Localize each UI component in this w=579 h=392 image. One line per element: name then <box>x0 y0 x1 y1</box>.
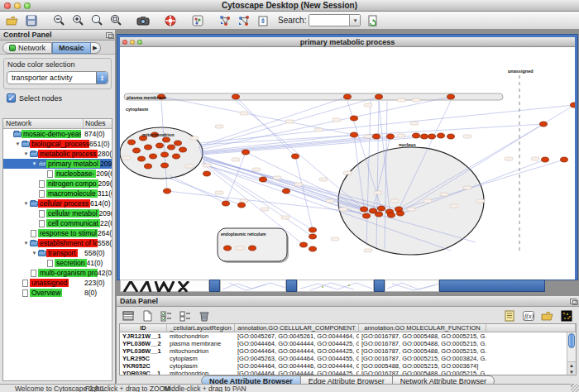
network-node[interactable] <box>163 137 170 142</box>
network-node[interactable] <box>373 134 380 139</box>
tree-row[interactable]: ▼cellular process614(0) <box>3 198 112 208</box>
network-node[interactable] <box>232 94 240 99</box>
network-node[interactable] <box>238 203 246 208</box>
layout-selected-icon[interactable] <box>235 12 253 28</box>
zoom-in-icon[interactable] <box>69 12 87 28</box>
network-view-window[interactable]: primary metabolic process plasma membran… <box>117 35 577 280</box>
tree-row[interactable]: ▼biological_process651(0) <box>3 139 112 149</box>
network-node[interactable] <box>133 148 141 153</box>
node-color-dropdown[interactable]: transporter activity ▲▼ <box>7 71 108 84</box>
network-node[interactable] <box>138 156 146 161</box>
tab-overflow-arrow[interactable]: ▶ <box>91 42 101 54</box>
save-icon[interactable] <box>22 12 41 28</box>
network-node[interactable] <box>309 234 317 239</box>
network-node[interactable] <box>168 145 175 150</box>
network-node[interactable] <box>438 133 445 138</box>
expand-arrow-icon[interactable]: ▼ <box>23 241 29 246</box>
tree-row[interactable]: ▼transport558(0) <box>3 248 112 258</box>
function-builder-icon[interactable]: f(x) <box>519 308 538 323</box>
table-row[interactable]: YPL036W__1mitochondrion[GO:0044464, GO:0… <box>120 347 576 355</box>
network-canvas[interactable]: plasma membrane cytoplasm mitochondrion … <box>120 47 575 280</box>
network-node[interactable] <box>421 134 428 139</box>
network-node[interactable] <box>447 134 455 139</box>
network-node[interactable] <box>542 157 549 162</box>
table-row[interactable]: YLR295Ccytoplasm[GO:0045263, GO:0044464,… <box>120 355 576 362</box>
snapshot-icon[interactable] <box>134 12 152 28</box>
tree-row[interactable]: secretion41(0) <box>3 258 112 268</box>
tree-row[interactable]: nucleobase-209(0) <box>3 169 112 179</box>
tab-network[interactable]: Network <box>2 42 52 54</box>
network-node[interactable] <box>161 163 169 168</box>
network-node[interactable] <box>300 242 308 247</box>
help-icon[interactable] <box>161 12 179 28</box>
table-row[interactable]: YDR039C__1mitochondrion[GO:0044464, GO:0… <box>120 370 576 375</box>
resize-grip[interactable] <box>571 384 579 392</box>
network-node[interactable] <box>161 152 169 157</box>
network-node[interactable] <box>561 157 568 162</box>
unselect-all-attributes-icon[interactable] <box>176 308 194 323</box>
attribute-editor-icon[interactable] <box>500 308 519 323</box>
network-node[interactable] <box>388 213 395 218</box>
matrix-icon[interactable] <box>557 308 576 323</box>
layout-network-icon[interactable] <box>216 12 234 28</box>
tree-row[interactable]: cell communicat22(0) <box>3 218 112 228</box>
network-node[interactable] <box>224 246 232 251</box>
create-attribute-icon[interactable] <box>138 308 156 323</box>
network-node[interactable] <box>283 189 290 194</box>
network-node[interactable] <box>128 140 136 145</box>
vizmapper-icon[interactable] <box>189 12 207 28</box>
float-panel-icon[interactable] <box>106 32 112 38</box>
tree-row[interactable]: ▼metabolic process280(0) <box>3 149 112 159</box>
network-node[interactable] <box>351 132 358 137</box>
expand-arrow-icon[interactable]: ▼ <box>23 201 29 206</box>
network-node[interactable] <box>309 227 317 232</box>
delete-attribute-icon[interactable] <box>195 308 213 323</box>
network-node[interactable] <box>351 116 358 121</box>
table-scrollbar[interactable]: ▲▼ <box>567 332 576 375</box>
attribute-table-header[interactable]: ID _cellularLayoutRegion annotation.GO C… <box>120 324 576 332</box>
tree-row[interactable]: multi-organism pro42(0) <box>3 268 112 278</box>
network-node[interactable] <box>428 134 436 139</box>
expand-arrow-icon[interactable]: ▼ <box>31 161 37 166</box>
tree-column-header[interactable]: Network Nodes <box>3 119 112 129</box>
tab-mosaic[interactable]: Mosaic <box>52 42 91 54</box>
zoom-out-icon[interactable] <box>50 12 68 28</box>
tree-row[interactable]: response to stimul264(0) <box>3 228 112 238</box>
network-node[interactable] <box>249 246 256 251</box>
network-node[interactable] <box>145 145 152 150</box>
network-node[interactable] <box>242 150 250 155</box>
search-input[interactable] <box>309 15 349 26</box>
tree-row[interactable]: nitrogen compo209(0) <box>3 179 112 189</box>
tree-row[interactable]: ▼primary metabol209(... <box>3 159 112 169</box>
expand-arrow-icon[interactable]: ▼ <box>31 251 37 256</box>
network-node[interactable] <box>145 164 152 169</box>
network-node[interactable] <box>260 177 267 182</box>
zoom-fit-icon[interactable] <box>107 12 125 28</box>
tree-row[interactable]: Overview8(0) <box>3 288 112 298</box>
tree-row[interactable]: cellular metabol209(0) <box>3 208 112 218</box>
network-node[interactable] <box>376 94 383 99</box>
refresh-network-icon[interactable] <box>364 12 382 28</box>
network-node[interactable] <box>540 122 548 127</box>
network-node[interactable] <box>292 154 299 159</box>
import-attributes-icon[interactable] <box>538 308 557 323</box>
network-node[interactable] <box>376 212 383 217</box>
float-panel-icon[interactable] <box>570 299 577 304</box>
network-node[interactable] <box>309 246 317 251</box>
import-network-icon[interactable] <box>254 12 272 28</box>
network-node[interactable] <box>387 134 395 139</box>
network-node[interactable] <box>156 143 164 148</box>
network-node[interactable] <box>447 94 455 99</box>
tree-row[interactable]: mosaic-demo-yeast874(0) <box>3 129 112 139</box>
expand-arrow-icon[interactable]: ▼ <box>23 151 29 156</box>
expand-arrow-icon[interactable]: ▼ <box>15 141 21 146</box>
network-node[interactable] <box>397 211 404 216</box>
network-node[interactable] <box>413 133 420 138</box>
network-node[interactable] <box>150 154 157 159</box>
tree-row[interactable]: ▼establishment of lo558(0) <box>3 238 112 248</box>
table-row[interactable]: YKR052Ccytoplasm[GO:0044464, GO:0044446,… <box>120 362 576 370</box>
network-node[interactable] <box>223 201 230 206</box>
network-node[interactable] <box>363 213 371 218</box>
tree-row[interactable]: macromolecule311(0) <box>3 189 112 198</box>
network-node[interactable] <box>164 189 171 194</box>
